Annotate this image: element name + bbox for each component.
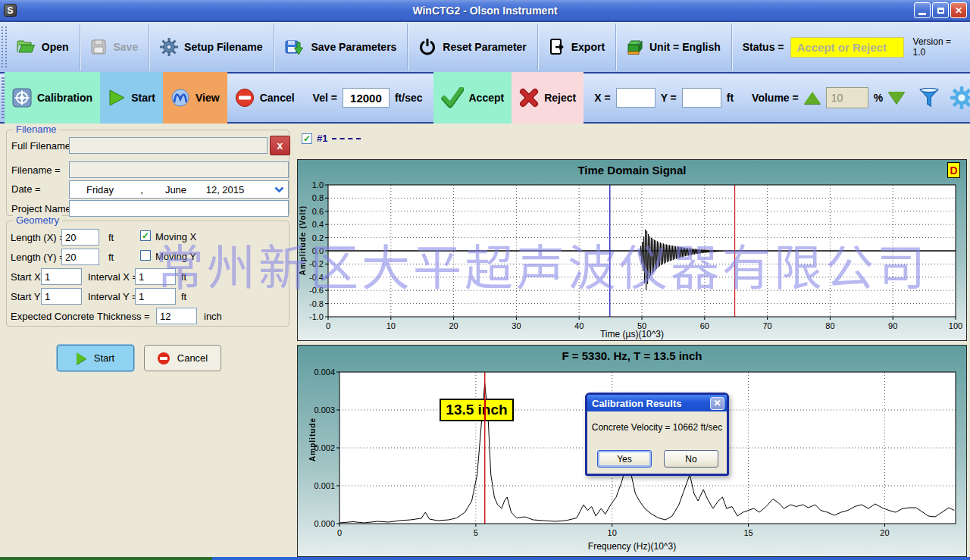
restore-button[interactable] (932, 2, 949, 18)
dialog-yes-button[interactable]: Yes (597, 450, 652, 468)
dialog-title: Calibration Results (592, 398, 681, 409)
reset-parameter-button[interactable]: Reset Parameter (409, 22, 536, 72)
minimize-button[interactable] (914, 2, 931, 18)
length-x-input[interactable] (61, 229, 99, 246)
dialog-message: Concrete Velocity = 10662 ft/sec (587, 422, 727, 433)
save-button[interactable]: Save (81, 22, 147, 72)
svg-text:0: 0 (337, 528, 342, 537)
toolbar-grip[interactable] (2, 27, 7, 67)
export-button[interactable]: Export (540, 22, 614, 72)
unit-toggle[interactable]: Unit = English (618, 22, 730, 72)
filter-button[interactable] (912, 72, 946, 124)
y-label: Y = (661, 92, 677, 104)
close-button[interactable]: ✕ (950, 2, 967, 18)
calibration-results-dialog: Calibration Results ✕ Concrete Velocity … (585, 393, 729, 476)
reject-button[interactable]: Reject (512, 72, 584, 124)
filename-input[interactable] (69, 161, 289, 178)
svg-text:0.2: 0.2 (312, 233, 324, 242)
toolbar-separator (731, 23, 732, 70)
trace-toggle-row: ✓ #1 (302, 133, 361, 144)
thickness-input[interactable] (156, 308, 197, 324)
start-button[interactable]: Start (100, 72, 163, 124)
reset-parameter-label: Reset Parameter (443, 41, 527, 53)
save-parameters-button[interactable]: Save Parameters (276, 22, 406, 72)
chart-area: ✓ #1 Time Domain Signal D 01020304050607… (296, 124, 970, 560)
start-label: Start (131, 92, 155, 104)
start-y-input[interactable] (41, 288, 82, 305)
clear-filename-button[interactable]: x (270, 136, 290, 155)
status-value-box: Accept or Reject (790, 37, 904, 58)
title-bar: S WinCTG2 - Olson Instrument ✕ (0, 0, 970, 20)
application-window: S WinCTG2 - Olson Instrument ✕ Open Save… (0, 0, 970, 560)
accept-button[interactable]: Accept (433, 72, 512, 124)
x-input[interactable] (616, 88, 656, 108)
sidebar-cancel-label: Cancel (177, 352, 208, 364)
open-folder-icon (16, 39, 36, 55)
status-label: Status = (743, 41, 784, 53)
action-toolbar: Calibration Start View Cancel Vel = ft/s… (0, 72, 970, 124)
save-parameters-icon (285, 38, 305, 56)
calibration-target-icon (12, 88, 32, 108)
thickness-peak-value: 13.5 inch (446, 402, 507, 418)
time-domain-plot[interactable]: 0102030405060708090100-1.0-0.8-0.6-0.4-0… (298, 180, 968, 342)
date-label: Date = (11, 183, 41, 195)
date-day: Friday (70, 184, 130, 196)
date-picker[interactable]: Friday , June 12, 2015 (69, 180, 289, 199)
x-mark-icon (519, 88, 539, 108)
progress-blue-segment (212, 557, 970, 560)
length-y-input[interactable] (61, 249, 99, 265)
window-title: WinCTG2 - Olson Instrument (0, 5, 970, 17)
project-name-input[interactable] (69, 200, 289, 217)
cancel-button[interactable]: Cancel (227, 72, 302, 124)
svg-text:-0.2: -0.2 (309, 259, 324, 268)
trace-1-checkbox[interactable]: ✓ (302, 133, 312, 144)
setup-filename-button[interactable]: Setup Filename (151, 22, 271, 72)
export-label: Export (571, 41, 605, 53)
svg-text:0.002: 0.002 (314, 443, 335, 452)
save-parameters-label: Save Parameters (311, 41, 397, 53)
unit-cube-icon (627, 39, 643, 55)
sidebar: Filename Full Filename = x Filename = Da… (0, 124, 296, 557)
full-filename-input[interactable] (69, 137, 268, 154)
interval-x-input[interactable] (135, 268, 176, 285)
toolbar-separator (80, 23, 80, 70)
settings-button[interactable] (946, 72, 970, 124)
dialog-title-bar[interactable]: Calibration Results ✕ (587, 395, 727, 411)
moving-x-checkbox[interactable]: ✓ (140, 230, 151, 241)
volume-up-icon[interactable] (804, 92, 821, 104)
no-label: No (685, 454, 696, 465)
svg-text:0.0: 0.0 (312, 246, 324, 255)
sidebar-start-button[interactable]: Start (57, 345, 134, 371)
volume-input[interactable] (826, 87, 868, 108)
funnel-icon (918, 88, 940, 108)
view-button[interactable]: View (163, 72, 227, 124)
no-entry-icon (158, 352, 170, 364)
y-input[interactable] (682, 88, 721, 108)
volume-down-icon[interactable] (888, 92, 905, 104)
open-button[interactable]: Open (7, 22, 78, 72)
d-button[interactable]: D (947, 162, 960, 178)
date-dropdown-icon[interactable] (274, 186, 288, 193)
date-comma: , (130, 184, 153, 196)
velocity-group: Vel = ft/sec (305, 72, 430, 124)
open-label: Open (42, 41, 69, 53)
calibration-button[interactable]: Calibration (5, 72, 100, 124)
interval-y-input[interactable] (135, 288, 176, 305)
sidebar-cancel-button[interactable]: Cancel (144, 345, 221, 371)
toolbar-separator (274, 23, 274, 70)
filename-group-title: Filename (13, 124, 59, 135)
setup-gear-icon (160, 38, 178, 56)
main-toolbar: Open Save Setup Filename Save Parameters… (0, 20, 970, 72)
svg-text:-1.0: -1.0 (309, 312, 324, 321)
dialog-close-button[interactable]: ✕ (710, 397, 724, 410)
unit-word: Unit (649, 41, 670, 53)
velocity-input[interactable] (343, 88, 390, 108)
spectrum-x-axis-title: Frequency (Hz)(10^3) (298, 541, 966, 552)
toolbar-separator (407, 23, 408, 70)
time-domain-chart: Time Domain Signal D 0102030405060708090… (297, 159, 967, 341)
dialog-no-button[interactable]: No (664, 450, 718, 468)
moving-y-checkbox[interactable] (140, 250, 151, 261)
setup-filename-label: Setup Filename (184, 41, 262, 53)
thickness-peak-label: 13.5 inch (440, 399, 514, 421)
start-x-input[interactable] (41, 268, 82, 285)
